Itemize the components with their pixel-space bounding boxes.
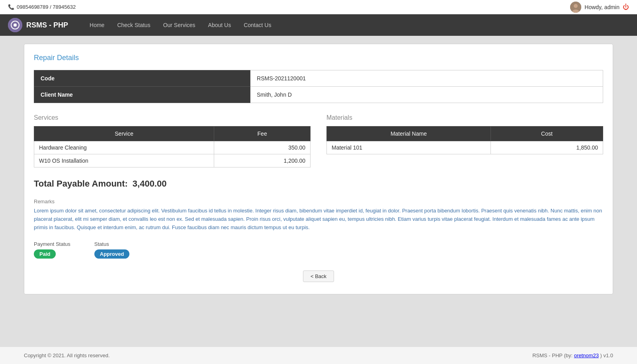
service-fee: 1,200.00 <box>214 154 311 167</box>
copyright-text: Copyright © 2021. All rights reserved. <box>24 352 110 358</box>
nav-home[interactable]: Home <box>84 19 110 31</box>
table-row: W10 OS Installation 1,200.00 <box>34 154 311 167</box>
card-title: Repair Details <box>34 54 603 62</box>
material-name-col-header: Material Name <box>327 127 491 141</box>
user-section: Howdy, admin ⏻ <box>570 2 629 13</box>
approval-status-label: Status <box>94 241 130 247</box>
approval-status-badge: Approved <box>94 249 130 259</box>
service-name: Hardware Cleaning <box>34 141 214 154</box>
code-value: RSMS-2021120001 <box>250 70 603 87</box>
back-btn-wrapper: < Back <box>34 271 603 282</box>
footer-brand: RSMS - PHP (by: oretnom23 ) v1.0 <box>532 352 613 358</box>
approval-status-item: Status Approved <box>94 241 130 259</box>
back-button[interactable]: < Back <box>303 271 334 282</box>
client-name-value: Smith, John D <box>250 87 603 103</box>
payment-status-item: Payment Status Paid <box>34 241 70 259</box>
services-title: Services <box>34 114 311 121</box>
repair-details-card: Repair Details Code RSMS-2021120001 Clie… <box>24 44 613 294</box>
nav-about-us[interactable]: About Us <box>203 19 237 31</box>
client-name-label: Client Name <box>34 87 250 103</box>
service-col-header: Service <box>34 127 214 141</box>
navbar: RSMS - PHP Home Check Status Our Service… <box>0 14 637 36</box>
remarks-title: Remarks <box>34 199 603 204</box>
footer-author-link[interactable]: oretnom23 <box>574 352 599 358</box>
materials-section: Materials Material Name Cost Material 10… <box>326 114 603 167</box>
avatar <box>570 2 581 13</box>
svg-point-1 <box>574 4 578 8</box>
services-table: Service Fee Hardware Cleaning 350.00 W10… <box>34 126 311 167</box>
material-cost: 1,850.00 <box>490 141 603 154</box>
total-section: Total Payable Amount: 3,400.00 <box>34 179 603 189</box>
cost-col-header: Cost <box>490 127 603 141</box>
status-section: Payment Status Paid Status Approved <box>34 241 603 259</box>
remarks-section: Remarks Lorem ipsum dolor sit amet, cons… <box>34 199 603 232</box>
svg-point-5 <box>14 23 17 27</box>
nav-menu: Home Check Status Our Services About Us … <box>84 19 277 31</box>
main-content: Repair Details Code RSMS-2021120001 Clie… <box>0 36 637 346</box>
table-row: Client Name Smith, John D <box>34 87 603 103</box>
phone-icon: 📞 <box>8 4 14 10</box>
code-label: Code <box>34 70 250 87</box>
nav-our-services[interactable]: Our Services <box>158 19 201 31</box>
nav-contact-us[interactable]: Contact Us <box>238 19 277 31</box>
total-amount: 3,400.00 <box>133 179 167 189</box>
payment-status-badge: Paid <box>34 249 56 259</box>
remarks-text: Lorem ipsum dolor sit amet, consectetur … <box>34 207 603 232</box>
service-fee: 350.00 <box>214 141 311 154</box>
service-name: W10 OS Installation <box>34 154 214 167</box>
brand-name: RSMS - PHP <box>26 21 68 29</box>
details-table: Code RSMS-2021120001 Client Name Smith, … <box>34 70 603 103</box>
payment-status-label: Payment Status <box>34 241 70 247</box>
top-bar: 📞 09854698789 / 78945632 Howdy, admin ⏻ <box>0 0 637 14</box>
services-materials-section: Services Service Fee Hardware Cleaning 3… <box>34 114 603 167</box>
materials-title: Materials <box>326 114 603 121</box>
user-label: Howdy, admin <box>584 4 619 10</box>
brand-logo <box>8 18 22 32</box>
fee-col-header: Fee <box>214 127 311 141</box>
table-row: Code RSMS-2021120001 <box>34 70 603 87</box>
power-icon[interactable]: ⏻ <box>623 4 629 11</box>
total-label: Total Payable Amount: <box>34 179 128 189</box>
table-row: Hardware Cleaning 350.00 <box>34 141 311 154</box>
phone-number: 📞 09854698789 / 78945632 <box>8 4 76 10</box>
brand: RSMS - PHP <box>8 18 68 32</box>
nav-check-status[interactable]: Check Status <box>111 19 156 31</box>
table-row: Material 101 1,850.00 <box>327 141 603 154</box>
services-section: Services Service Fee Hardware Cleaning 3… <box>34 114 311 167</box>
footer: Copyright © 2021. All rights reserved. R… <box>0 346 637 364</box>
material-name: Material 101 <box>327 141 491 154</box>
materials-table: Material Name Cost Material 101 1,850.00 <box>326 126 603 154</box>
